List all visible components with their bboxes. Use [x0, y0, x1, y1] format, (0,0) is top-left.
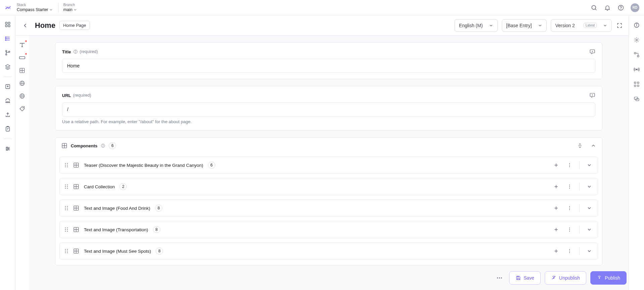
svg-point-78 [569, 188, 570, 189]
svg-point-14 [5, 54, 7, 55]
gear-icon[interactable] [633, 36, 640, 44]
svg-point-108 [67, 249, 68, 250]
stack-label: Stack [17, 3, 52, 7]
search-icon[interactable] [590, 4, 598, 11]
discussions-icon[interactable] [633, 95, 640, 103]
base-entry-selector[interactable]: [Base Entry] [502, 19, 547, 32]
svg-point-10 [5, 37, 6, 37]
references-icon[interactable] [633, 81, 640, 88]
svg-point-63 [569, 165, 570, 165]
help-icon[interactable] [617, 4, 625, 11]
more-icon[interactable] [566, 161, 573, 169]
language-selector[interactable]: English (M) [454, 19, 498, 32]
drag-handle-icon[interactable] [64, 162, 68, 168]
add-comment-icon[interactable] [589, 49, 595, 55]
component-row[interactable]: Text and Image (Food And Drink)8 [59, 199, 598, 217]
add-icon[interactable] [552, 226, 560, 233]
chevron-down-icon [538, 23, 542, 28]
help-icon[interactable] [73, 49, 78, 54]
bell-icon[interactable] [604, 4, 611, 11]
field-input-icon[interactable] [18, 54, 26, 62]
stack-selector[interactable]: Stack Compass Starter [17, 3, 52, 12]
left-rail [0, 15, 15, 290]
svg-point-24 [6, 147, 7, 148]
rail-layers-icon[interactable] [3, 62, 13, 72]
component-row[interactable]: Card Collection2 [59, 178, 598, 195]
more-icon[interactable] [566, 183, 573, 190]
unpublish-button[interactable]: Unpublish [545, 271, 586, 285]
svg-point-56 [67, 166, 68, 167]
info-icon[interactable] [633, 21, 640, 29]
rail-releases-icon[interactable] [3, 96, 13, 106]
title-required: (required) [80, 49, 98, 54]
publish-button[interactable]: Publish [590, 271, 627, 285]
version-selector[interactable]: Version 2 Latest [551, 19, 612, 32]
components-count: 6 [109, 142, 116, 149]
chevron-down-icon[interactable] [586, 204, 593, 212]
svg-point-95 [65, 229, 66, 230]
more-icon[interactable] [566, 226, 573, 233]
title-input[interactable] [62, 59, 595, 73]
more-icon[interactable] [566, 204, 573, 212]
component-row[interactable]: Text and Image (Must See Spots)8 [59, 242, 598, 260]
save-button[interactable]: Save [509, 271, 541, 285]
rail-tasks-icon[interactable] [3, 124, 13, 134]
top-bar-actions: RD [590, 3, 639, 12]
component-row[interactable]: Teaser (Discover the Majestic Beauty in … [59, 156, 598, 174]
avatar[interactable]: RD [631, 3, 639, 12]
svg-point-18 [7, 102, 8, 103]
url-input[interactable] [62, 102, 595, 116]
more-icon[interactable] [494, 272, 505, 284]
divider [579, 161, 580, 169]
live-icon[interactable] [633, 66, 640, 73]
svg-rect-137 [517, 278, 519, 280]
drag-handle-icon[interactable] [64, 184, 68, 189]
expand-icon[interactable] [616, 22, 623, 29]
svg-point-65 [65, 185, 66, 186]
chevron-down-icon[interactable] [586, 183, 593, 190]
add-icon[interactable] [552, 204, 560, 212]
add-icon[interactable] [552, 247, 560, 255]
expand-all-icon[interactable] [577, 143, 583, 148]
app-logo[interactable] [5, 4, 11, 11]
back-button[interactable] [21, 21, 30, 30]
rail-entries-icon[interactable] [3, 34, 13, 44]
svg-rect-27 [19, 57, 25, 59]
chevron-down-icon[interactable] [586, 161, 593, 169]
field-text-icon[interactable] [18, 41, 26, 49]
more-icon[interactable] [566, 247, 573, 255]
rail-branches-icon[interactable] [3, 48, 13, 58]
rail-publish-icon[interactable] [3, 82, 13, 92]
field-globe-icon[interactable] [18, 79, 26, 87]
field-tag-icon[interactable] [18, 105, 26, 113]
rail-upload-icon[interactable] [3, 110, 13, 120]
caret-down-icon [50, 8, 52, 11]
svg-point-17 [6, 102, 7, 103]
branch-selector[interactable]: Branch main [63, 3, 76, 12]
drag-handle-icon[interactable] [64, 205, 68, 211]
branch-label: Branch [63, 3, 76, 7]
component-row[interactable]: Text and Image (Transportation)8 [59, 221, 598, 238]
drag-handle-icon[interactable] [64, 227, 68, 232]
svg-point-76 [569, 185, 570, 185]
add-icon[interactable] [552, 161, 560, 169]
workflow-icon[interactable] [633, 51, 640, 58]
title-field-card: Title (required) [55, 42, 602, 79]
add-icon[interactable] [552, 183, 560, 190]
svg-point-109 [65, 251, 66, 252]
help-icon[interactable] [101, 143, 105, 148]
chevron-down-icon[interactable] [586, 247, 593, 255]
svg-point-11 [5, 38, 6, 39]
rail-dashboard-icon[interactable] [3, 19, 13, 30]
svg-point-68 [67, 186, 68, 187]
add-comment-icon[interactable] [589, 92, 595, 98]
chevron-down-icon [603, 23, 607, 28]
chevron-down-icon[interactable] [586, 226, 593, 233]
rail-settings-icon[interactable] [3, 144, 13, 154]
field-grid-icon[interactable] [18, 66, 26, 75]
version-badge: Latest [584, 23, 597, 28]
svg-point-92 [569, 209, 570, 210]
field-globe-icon[interactable] [18, 92, 26, 100]
drag-handle-icon[interactable] [64, 248, 68, 254]
collapse-icon[interactable] [591, 143, 596, 148]
